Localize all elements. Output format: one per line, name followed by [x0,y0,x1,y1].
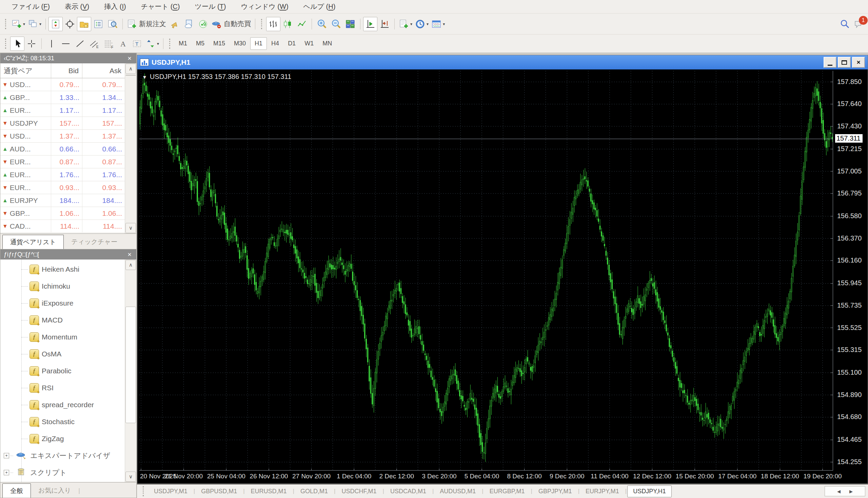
market-watch-row[interactable]: ▼USD...0.79...0.79... [0,78,125,91]
search-button[interactable] [838,17,852,31]
metaeditor-button[interactable] [167,17,182,31]
market-button[interactable] [182,17,196,31]
indicators-button[interactable]: ▾ [430,17,446,31]
chart-tab-usdchf-m1[interactable]: USDCHF,M1 [336,486,382,497]
market-watch-button[interactable] [49,17,63,31]
scroll-up-icon[interactable]: ∧ [126,260,136,270]
tab-scroll-arrows[interactable]: ◀▶ [825,486,865,496]
close-icon[interactable]: × [126,251,133,258]
chart-tab-usdjpy-h1[interactable]: USDJPY,H1 [627,485,672,497]
menu-item-c[interactable]: チャート (C) [135,1,186,13]
channel-button[interactable]: E [87,37,101,51]
navigator-indicator-rsi[interactable]: ƒRSI [0,379,125,396]
navigator-indicator-osma[interactable]: ƒOsMA [0,345,125,363]
vertical-line-button[interactable] [44,37,59,51]
chart-ohlc-readout[interactable]: ▼USDJPY,H1 157.353 157.386 157.310 157.3… [142,73,291,81]
zoom-out-button[interactable] [329,17,343,31]
toolbar-grip[interactable] [169,39,171,49]
zoom-in-button[interactable] [315,17,329,31]
menu-item-f[interactable]: ファイル (F) [5,1,56,13]
scroll-right-icon[interactable]: ▶ [850,489,853,494]
arrows-button[interactable]: ▾ [144,37,161,51]
column-bid[interactable]: Bid [51,63,82,78]
navigator-titlebar[interactable]: ƒiƒrƒQ□[ƒ^□[ × [0,249,136,260]
market-watch-scrollbar[interactable]: ∧ ∨ [125,63,136,233]
menu-item-h[interactable]: ヘルプ (H) [297,1,342,13]
auto-scroll-button[interactable] [363,17,378,31]
market-watch-tab-1[interactable]: ティックチャー [64,235,125,249]
navigator-indicator-heiken-ashi[interactable]: ƒHeiken Ashi [0,261,125,278]
market-watch-row[interactable]: ▲AUD...0.66...0.66... [0,143,125,156]
cursor-button[interactable] [10,37,24,51]
chart-canvas[interactable]: ▼USDJPY,H1 157.353 157.386 157.310 157.3… [137,69,868,483]
notifications-button[interactable]: 1 [852,17,866,31]
navigator-scrollbar[interactable]: ∧ ∨ [125,260,136,482]
menu-item-v[interactable]: 表示 (V) [59,1,95,13]
bar-chart-button[interactable] [266,17,280,31]
timeframe-mn[interactable]: MN [318,37,336,50]
chart-titlebar[interactable]: USDJPY,H1 × [137,55,868,69]
market-watch-row[interactable]: ▼EUR...0.93...0.93... [0,181,125,194]
candlestick-button[interactable] [280,17,295,31]
new-order-button[interactable]: 新規注文 [126,17,167,31]
navigator-tab-1[interactable]: お気に入り [31,483,78,498]
price-axis[interactable]: 157.850157.640157.430157.215157.005156.7… [834,71,867,471]
navigator-indicator-stochastic[interactable]: ƒStochastic [0,413,125,430]
line-chart-button[interactable] [295,17,309,31]
navigator-indicator-zigzag[interactable]: ƒZigZag [0,430,125,447]
navigator-indicator-macd[interactable]: ƒMACD [0,312,125,329]
horizontal-line-button[interactable] [59,37,73,51]
timeframe-m15[interactable]: M15 [209,37,230,50]
expand-icon[interactable]: + [4,453,9,458]
expand-icon[interactable]: + [4,470,9,475]
time-axis[interactable]: 20 Nov 202521 Nov 20:0025 Nov 04:0026 No… [139,473,833,482]
navigator-group-scripts[interactable]: +スクリプト [0,464,125,481]
market-watch-row[interactable]: ▲EURJPY184....184.... [0,194,125,207]
templates-button[interactable]: ▾ [397,17,414,31]
chart-tab-eurjpy-m1[interactable]: EURJPY,M1 [580,486,625,497]
scroll-left-icon[interactable]: ◀ [837,489,841,494]
scroll-thumb[interactable] [126,75,136,76]
timeframe-m5[interactable]: M5 [192,37,209,50]
navigator-button[interactable] [77,17,91,31]
market-watch-row[interactable]: ▼USDJPY157....157.... [0,117,125,130]
navigator-indicator-spread-recorder[interactable]: ƒspread_recorder [0,396,125,413]
strategy-tester-button[interactable] [105,17,120,31]
scroll-down-icon[interactable]: ∨ [126,223,136,233]
timeframe-w1[interactable]: W1 [300,37,318,50]
maximize-icon[interactable] [838,57,851,68]
close-icon[interactable]: × [126,55,133,62]
text-button[interactable]: A [116,37,130,51]
timeframe-h4[interactable]: H4 [267,37,283,50]
toolbar-grip[interactable] [5,39,7,49]
data-window-button[interactable] [63,17,77,31]
scroll-up-icon[interactable]: ∧ [126,64,136,74]
market-watch-row[interactable]: ▲EUR...1.76...1.76... [0,168,125,181]
periods-button[interactable]: ▾ [414,17,430,31]
market-watch-tab-0[interactable]: 通貨ペアリスト [2,235,64,249]
candlestick-chart[interactable] [139,71,833,471]
terminal-button[interactable] [91,17,105,31]
tile-windows-button[interactable] [343,17,357,31]
market-watch-row[interactable]: ▼USD...1.37...1.37... [0,130,125,143]
market-watch-row[interactable]: ▼GBP...1.06...1.06... [0,207,125,220]
menu-item-t[interactable]: ツール (T) [189,1,232,13]
navigator-indicator-momentum[interactable]: ƒMomentum [0,329,125,345]
timeframe-h1[interactable]: H1 [250,37,267,50]
navigator-indicator-iexposure[interactable]: ƒiExposure [0,295,125,312]
chart-tab-gold-m1[interactable]: GOLD,M1 [295,486,333,497]
column-symbol[interactable]: 通貨ペア [0,63,51,78]
text-label-button[interactable]: T [130,37,144,51]
trendline-button[interactable] [73,37,87,51]
crosshair-button[interactable] [24,37,39,51]
minimize-icon[interactable] [824,57,837,68]
chart-tab-usdcad-m1[interactable]: USDCAD,M1 [385,486,432,497]
timeframe-d1[interactable]: D1 [283,37,300,50]
chevron-down-icon[interactable]: ▼ [142,74,147,80]
chart-tab-gbpjpy-m1[interactable]: GBPJPY,M1 [533,486,577,497]
column-ask[interactable]: Ask [82,63,125,78]
navigator-tab-0[interactable]: 全般 [2,483,31,498]
market-watch-row[interactable]: ▲EUR...1.17...1.17... [0,104,125,117]
timeframe-m30[interactable]: M30 [230,37,250,50]
market-watch-row[interactable]: ▼CAD...114....114.... [0,220,125,233]
